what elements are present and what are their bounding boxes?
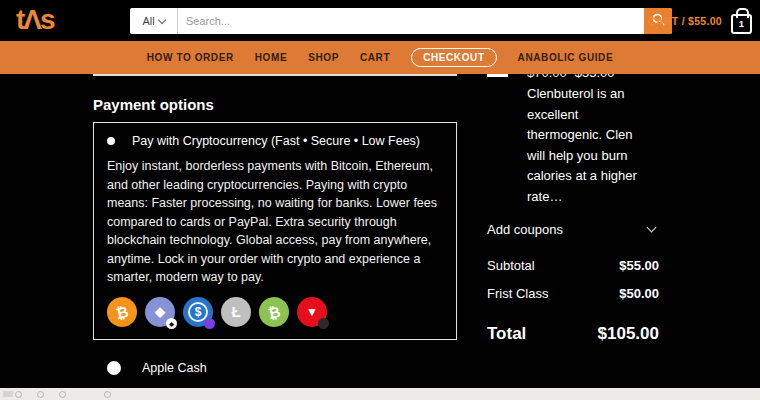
faint-taskbar-mark (3, 391, 13, 397)
subtotal-row: Subtotal $55.00 (487, 258, 659, 273)
radio-unselected-icon[interactable] (107, 361, 121, 375)
payment-section: Payment options Pay with Cryptocurrency … (93, 74, 457, 400)
nav-item-cart[interactable]: CART (360, 52, 390, 63)
order-item-row: $70.00$55.00 Clenbuterol is an excellent… (487, 74, 659, 207)
payment-options-heading: Payment options (93, 96, 457, 113)
order-summary: $70.00$55.00 Clenbuterol is an excellent… (487, 74, 659, 344)
site-logo[interactable]: tΛs (16, 4, 54, 36)
shipping-row: Frist Class $50.00 (487, 286, 659, 301)
total-row: Total $105.00 (487, 324, 659, 344)
taskbar-icon (104, 391, 111, 398)
nav-item-home[interactable]: HOME (255, 52, 287, 63)
site-header: tΛs All CART / $55.00 1 (0, 0, 760, 41)
shipping-value: $50.00 (619, 286, 659, 301)
crypto-description: Enjoy instant, borderless payments with … (107, 157, 441, 287)
nav-item-how-to-order[interactable]: HOW TO ORDER (147, 52, 234, 63)
search-input[interactable] (178, 8, 644, 34)
search-bar: All (130, 8, 672, 34)
tron-badge-icon (318, 318, 329, 329)
litecoin-icon: Ł (221, 297, 251, 327)
search-category-dropdown[interactable]: All (130, 8, 178, 34)
nav-item-anabolic-guide[interactable]: ANABOLIC GUIDE (518, 52, 614, 63)
cart-total-label: CART / $55.00 (648, 15, 722, 27)
tron-icon: ▼ (297, 297, 327, 327)
header-cart-link[interactable]: CART / $55.00 1 (648, 8, 752, 34)
ethereum-icon: ◆◆ (145, 297, 175, 327)
bottom-taskbar-strip (0, 388, 760, 400)
product-old-price: $70.00 (527, 74, 567, 80)
ethereum-badge-icon: ◆ (166, 318, 177, 329)
bitcoin-cash-icon: ₿ (256, 293, 292, 329)
payment-option-label: Apple Cash (142, 361, 207, 375)
usdc-icon: $ (183, 297, 213, 327)
usdc-badge-icon (204, 318, 215, 329)
add-coupons-toggle[interactable]: Add coupons (487, 222, 659, 237)
crypto-option-label: Pay with Cryptocurrency (Fast • Secure •… (132, 134, 420, 148)
main-nav: HOW TO ORDER HOME SHOP CART CHECKOUT ANA… (0, 41, 760, 74)
product-prices: $70.00$55.00 (527, 74, 647, 80)
crypto-payment-option: Pay with Cryptocurrency (Fast • Secure •… (93, 122, 457, 340)
chevron-down-icon (157, 15, 165, 23)
product-details: $70.00$55.00 Clenbuterol is an excellent… (527, 74, 647, 207)
cropped-field-border (93, 74, 457, 76)
cart-count-badge: 1 (739, 18, 744, 29)
bitcoin-icon: ₿ (104, 293, 140, 329)
product-sale-price: $55.00 (575, 74, 615, 80)
payment-option-apple-cash[interactable]: Apple Cash (93, 352, 457, 384)
add-coupons-label: Add coupons (487, 222, 563, 237)
nav-item-shop[interactable]: SHOP (308, 52, 339, 63)
subtotal-value: $55.00 (619, 258, 659, 273)
radio-selected-icon[interactable] (107, 137, 115, 145)
taskbar-icon (59, 391, 66, 398)
chevron-down-icon (647, 223, 657, 233)
nav-item-checkout[interactable]: CHECKOUT (411, 48, 496, 67)
subtotal-label: Subtotal (487, 258, 535, 273)
total-label: Total (487, 324, 526, 344)
search-category-label: All (142, 15, 154, 27)
product-description: Clenbuterol is an excellent thermogenic.… (527, 84, 647, 207)
crypto-radio-row[interactable]: Pay with Cryptocurrency (Fast • Secure •… (107, 134, 441, 148)
product-thumbnail-cropped (487, 74, 508, 77)
cart-bag-icon: 1 (731, 14, 752, 34)
checkout-page: Payment options Pay with Cryptocurrency … (0, 74, 760, 388)
shipping-label: Frist Class (487, 286, 548, 301)
taskbar-icon (15, 391, 22, 398)
total-value: $105.00 (598, 324, 659, 344)
crypto-icons-row: ₿◆◆$Ł₿▼ (107, 297, 441, 327)
taskbar-icon (37, 391, 44, 398)
